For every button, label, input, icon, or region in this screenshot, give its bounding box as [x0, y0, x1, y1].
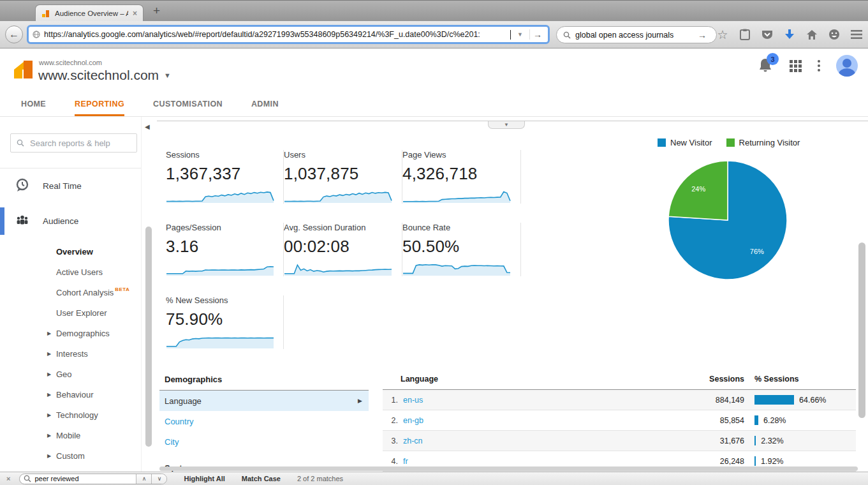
- legend-label: Returning Visitor: [739, 138, 800, 147]
- find-previous-button[interactable]: ∧: [136, 474, 151, 484]
- close-tab-icon[interactable]: ×: [133, 10, 137, 17]
- language-link[interactable]: zh-cn: [398, 436, 668, 445]
- nav-tab-admin[interactable]: ADMIN: [251, 91, 279, 116]
- visitor-pie-chart[interactable]: 76%24%: [664, 156, 791, 284]
- report-main: Sessions1,367,337Users1,037,875Page View…: [157, 117, 868, 472]
- nav-tab-home[interactable]: HOME: [21, 91, 46, 116]
- col-sessions[interactable]: Sessions: [668, 375, 744, 384]
- web-search-value[interactable]: global open access journals: [575, 31, 690, 40]
- language-link[interactable]: fr: [398, 457, 668, 466]
- property-name: www.scitechnol.com: [38, 68, 159, 83]
- nav-tab-customisation[interactable]: CUSTOMISATION: [153, 91, 223, 116]
- demographics-item-country[interactable]: Country: [159, 411, 369, 431]
- go-button[interactable]: →: [529, 29, 545, 40]
- globe-icon: [33, 31, 40, 38]
- demographics-item-language[interactable]: Language▶: [159, 391, 369, 411]
- metric-card-sessions[interactable]: Sessions1,367,337: [166, 150, 284, 204]
- pct-label: 6.28%: [763, 416, 786, 425]
- find-match-status: 2 of 2 matches: [297, 475, 343, 482]
- sidebar-section-label: Real Time: [43, 181, 82, 191]
- sidebar-item-active-users[interactable]: Active Users: [0, 262, 141, 282]
- sidebar-collapse-button[interactable]: ◀: [145, 123, 150, 130]
- pocket-icon[interactable]: [761, 28, 774, 41]
- notifications-button[interactable]: 3: [758, 57, 774, 74]
- language-link[interactable]: en-us: [398, 396, 668, 405]
- sidebar-item-interests[interactable]: ▶Interests: [0, 343, 141, 364]
- sidebar-section-real-time[interactable]: Real Time: [0, 168, 141, 204]
- search-icon: [24, 475, 31, 482]
- url-dropdown-icon[interactable]: ▼: [515, 31, 526, 38]
- sidebar-item-mobile[interactable]: ▶Mobile: [0, 425, 141, 445]
- demographics-panel: Demographics Language▶CountryCity System: [159, 371, 369, 479]
- expand-arrow-icon: ▶: [47, 412, 51, 418]
- metric-label: Pages/Session: [166, 223, 273, 232]
- find-query[interactable]: peer reviewed: [31, 475, 136, 482]
- row-rank: 1.: [383, 396, 398, 405]
- find-input[interactable]: peer reviewed ∧ ∨: [19, 474, 167, 484]
- new-tab-button[interactable]: +: [153, 4, 160, 18]
- menu-hamburger-icon[interactable]: [850, 28, 863, 41]
- svg-text:24%: 24%: [691, 185, 705, 193]
- feedback-smiley-icon[interactable]: [828, 28, 841, 41]
- metric-label: Bounce Rate: [402, 223, 510, 232]
- col-pct-sessions[interactable]: % Sessions: [744, 375, 856, 384]
- sidebar-item-cohort-analysis[interactable]: Cohort AnalysisBETA: [0, 282, 141, 302]
- horizontal-scrollbar[interactable]: [159, 466, 858, 471]
- bookmark-star-icon[interactable]: ☆: [716, 28, 729, 41]
- language-link[interactable]: en-gb: [398, 416, 668, 425]
- reading-list-icon[interactable]: [739, 28, 751, 41]
- metric-label: Users: [284, 150, 392, 160]
- url-text[interactable]: https://analytics.google.com/analytics/w…: [44, 30, 506, 39]
- expand-arrow-icon: ▶: [47, 433, 51, 438]
- legend-swatch: [726, 138, 735, 147]
- find-next-button[interactable]: ∨: [151, 474, 166, 484]
- more-options-icon[interactable]: [818, 60, 820, 71]
- nav-tab-reporting[interactable]: REPORTING: [75, 91, 124, 116]
- search-go-button[interactable]: →: [695, 30, 710, 40]
- legend-item-new-visitor[interactable]: New Visitor: [658, 138, 712, 147]
- match-case-button[interactable]: Match Case: [242, 475, 281, 482]
- sidebar-item-technology[interactable]: ▶Technology: [0, 405, 141, 425]
- language-table-header: Language Sessions % Sessions: [383, 371, 856, 390]
- sidebar-search-input[interactable]: Search reports & help: [10, 133, 137, 153]
- vertical-scrollbar[interactable]: [858, 243, 865, 418]
- sidebar-section-audience[interactable]: Audience: [0, 204, 141, 239]
- find-close-icon[interactable]: ×: [6, 475, 10, 482]
- metric-card-pages-session[interactable]: Pages/Session3.16: [166, 223, 284, 276]
- demographics-item-city[interactable]: City: [159, 431, 369, 452]
- browser-tab[interactable]: Audience Overview – Anal... ×: [35, 4, 143, 22]
- url-bar[interactable]: https://analytics.google.com/analytics/w…: [27, 25, 550, 44]
- sidebar-item-user-explorer[interactable]: User Explorer: [0, 302, 141, 323]
- metric-sparkline: [402, 186, 511, 204]
- avatar[interactable]: [836, 55, 858, 77]
- sidebar-item-geo[interactable]: ▶Geo: [0, 364, 141, 384]
- metric-label: % New Sessions: [166, 295, 273, 305]
- property-selector[interactable]: www.scitechnol.com ▼: [38, 68, 171, 83]
- home-icon[interactable]: [805, 28, 818, 41]
- metric-card-users[interactable]: Users1,037,875: [284, 150, 402, 204]
- apps-grid-icon[interactable]: [790, 60, 802, 72]
- analytics-favicon-icon: [41, 9, 50, 18]
- sidebar-item-overview[interactable]: Overview: [0, 241, 141, 262]
- metric-card--new-sessions[interactable]: % New Sessions75.90%: [166, 295, 284, 349]
- metric-card-bounce-rate[interactable]: Bounce Rate50.50%: [402, 223, 521, 276]
- sidebar-item-demographics[interactable]: ▶Demographics: [0, 323, 141, 343]
- notification-count-badge: 3: [767, 53, 779, 65]
- sidebar-item-behaviour[interactable]: ▶Behaviour: [0, 384, 141, 405]
- sidebar-item-label: Demographics: [56, 329, 110, 338]
- row-rank: 2.: [383, 416, 398, 425]
- tab-title: Audience Overview – Anal...: [55, 10, 128, 17]
- metric-card-avg-session-duration[interactable]: Avg. Session Duration00:02:08: [284, 223, 402, 276]
- legend-item-returning-visitor[interactable]: Returning Visitor: [726, 138, 800, 147]
- realtime-icon: [15, 178, 29, 194]
- sidebar-item-label: Active Users: [56, 267, 103, 277]
- back-button[interactable]: ←: [5, 26, 23, 43]
- web-search-field[interactable]: global open access journals →: [556, 26, 717, 43]
- highlight-all-button[interactable]: Highlight All: [184, 475, 224, 482]
- sidebar-scrollbar[interactable]: [145, 227, 152, 447]
- metric-card-page-views[interactable]: Page Views4,326,718: [402, 150, 521, 204]
- downloads-icon[interactable]: [783, 28, 796, 41]
- sidebar-item-custom[interactable]: ▶Custom: [0, 445, 141, 466]
- col-language[interactable]: Language: [383, 375, 668, 384]
- text-caret: [510, 30, 511, 40]
